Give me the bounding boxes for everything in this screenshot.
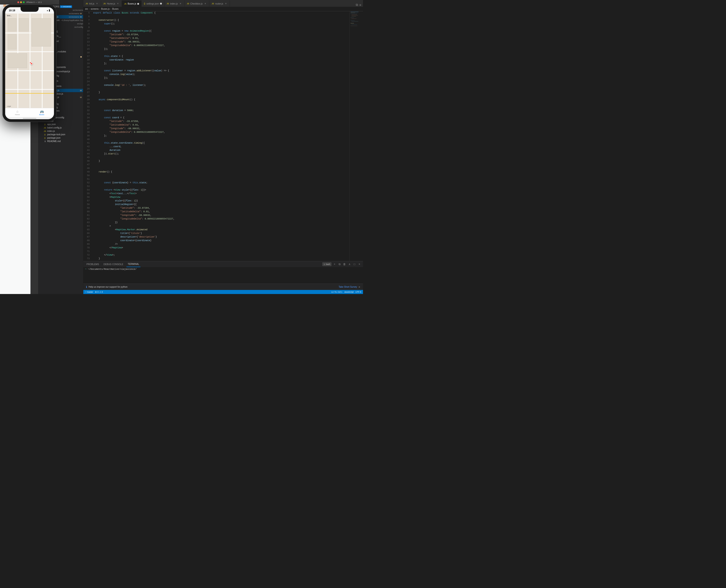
tab-busesjs[interactable]: JS Buses.js bbox=[122, 0, 142, 7]
line-col-status[interactable]: Ln 74, Col 1 bbox=[332, 291, 342, 293]
maximize-panel-icon[interactable]: □ bbox=[353, 262, 356, 266]
open-editors-section[interactable]: ▼ OPEN EDITORS 1 UNSAVED bbox=[38, 4, 83, 8]
open-file-settings[interactable]: {} settings.json ~/Library/Application S… bbox=[38, 19, 83, 22]
svg-rect-3 bbox=[350, 14, 357, 14]
code-line-10: const region = new AnimatedRegion({ bbox=[93, 29, 348, 33]
tab-routerjs[interactable]: JS router.js × bbox=[209, 0, 230, 7]
extensions-activity-icon[interactable] bbox=[31, 31, 38, 38]
so-logo bbox=[0, 2, 30, 11]
code-line-22: console.log(value); bbox=[93, 73, 348, 76]
tab-close-icon[interactable]: × bbox=[204, 2, 207, 5]
folder-android[interactable]: ▶ 📁 android bbox=[38, 39, 83, 44]
folder-ios[interactable]: ▶ 📁 ios bbox=[38, 44, 83, 49]
error-status[interactable]: ⊗ 0 ⚠ 0 bbox=[95, 291, 103, 293]
tab-close-icon[interactable]: × bbox=[179, 2, 182, 5]
tab-homejs[interactable]: JS Home.js × bbox=[101, 0, 122, 7]
code-line-20 bbox=[93, 65, 348, 69]
folder-icons[interactable]: ▶ 📁 icons bbox=[38, 78, 83, 84]
file-babelconfig[interactable]: JS babel.config.js bbox=[38, 126, 83, 129]
code-editor[interactable]: 5 6 7 8 9 10 11 12 13 14 15 16 1 bbox=[83, 11, 363, 261]
python-action-buttons: Take Short Survey × bbox=[339, 285, 360, 289]
more-popular-questions[interactable]: más preguntas populares bbox=[0, 41, 30, 51]
open-file-indexjs[interactable]: JS index.js src/api bbox=[38, 22, 83, 25]
file-packagelockjson[interactable]: {} package-lock.json bbox=[38, 133, 83, 136]
file-buckconfig[interactable]: E .buckconfig bbox=[38, 102, 83, 106]
panel-tab-terminal[interactable]: TERMINAL bbox=[126, 261, 141, 267]
tab-indexjs[interactable]: JS index.js × bbox=[164, 0, 185, 7]
folder-icon: 📁 bbox=[46, 44, 50, 48]
language-status[interactable]: JavaScript bbox=[344, 291, 354, 293]
close-python-bar-icon[interactable]: × bbox=[359, 285, 360, 289]
add-terminal-icon[interactable]: + bbox=[333, 262, 336, 266]
code-content[interactable]: export default class Buses extends Compo… bbox=[91, 11, 349, 261]
folder-icon: 📂 bbox=[48, 65, 52, 69]
project-section[interactable]: ▼ VIAJAXCONCE bbox=[38, 29, 83, 34]
code-line-63: }} bbox=[93, 221, 348, 225]
trash-icon[interactable]: 🗑 bbox=[343, 262, 346, 266]
git-status[interactable]: ⑂ master bbox=[85, 291, 93, 293]
open-file-homejs[interactable]: JS Home.js src/screens M bbox=[38, 12, 83, 15]
folder-screens[interactable]: ▼ 📂 screens bbox=[38, 84, 83, 89]
folder-config[interactable]: ▶ 📁 config bbox=[38, 73, 83, 78]
so-nav-tags[interactable]: # Tags bbox=[0, 26, 30, 31]
js-tab-icon: JS bbox=[187, 2, 189, 5]
so-nav-home[interactable]: ⌂ Home bbox=[0, 11, 30, 17]
file-homejs[interactable]: JS Home.js M bbox=[38, 96, 83, 99]
file-checkboxjs[interactable]: JS Checkbox.js bbox=[38, 92, 83, 96]
code-line-45 bbox=[93, 156, 348, 160]
file-indexjs[interactable]: JS index.js bbox=[38, 129, 83, 133]
file-appjson[interactable]: {} app.json bbox=[38, 123, 83, 126]
code-line-55: <Text>test...</Text> bbox=[93, 192, 348, 195]
file-progressive-input[interactable]: JS ProgressiveInput.js bbox=[38, 70, 83, 73]
so-sidebar: ⌂ Home PUBLIC ? Questions # Tags 👤 Users… bbox=[0, 0, 30, 294]
file-readme[interactable]: ℹ README.md bbox=[38, 140, 83, 143]
panel-tab-debug[interactable]: DEBUG CONSOLE bbox=[102, 261, 125, 267]
git-file-icon: ◉ bbox=[44, 110, 46, 112]
file-gitattributes[interactable]: ◉ .gitattributes bbox=[38, 109, 83, 112]
js-file-icon: JS bbox=[47, 70, 50, 73]
so-nav-users[interactable]: 👤 Users bbox=[0, 31, 30, 37]
file-initjs[interactable]: JS Init.js bbox=[38, 99, 83, 102]
split-terminal-icon[interactable]: ⧉ bbox=[338, 262, 341, 266]
code-line-42: ...coord, bbox=[93, 145, 348, 149]
chevron-up-icon[interactable]: ∧ bbox=[348, 262, 351, 266]
more-icon[interactable]: ≡ bbox=[359, 3, 361, 7]
so-nav-questions[interactable]: ? Questions bbox=[0, 21, 30, 26]
explorer-activity-icon[interactable]: 1 bbox=[31, 1, 38, 7]
git-activity-icon[interactable]: M bbox=[31, 16, 38, 23]
terminal-content[interactable]: ~ ~/Documents/ReactNative/viajaxconce/ bbox=[83, 267, 363, 284]
tab-checkboxjs[interactable]: JS Checkbox.js × bbox=[185, 0, 209, 7]
file-busesjs[interactable]: JS Buses.js M bbox=[38, 89, 83, 92]
code-line-49: render() { bbox=[93, 170, 348, 174]
folder-src[interactable]: ▼ 📂 src bbox=[38, 54, 83, 59]
code-line-19: }; bbox=[93, 62, 348, 65]
tab-close-icon[interactable]: × bbox=[95, 2, 99, 5]
js-tab-icon: JS bbox=[124, 3, 127, 5]
take-survey-button[interactable]: Take Short Survey bbox=[339, 286, 357, 288]
folder-components[interactable]: ▼ 📂 components bbox=[38, 65, 83, 70]
folder-tests[interactable]: ▶ 📁 __tests__ bbox=[38, 34, 83, 39]
file-flowconfig[interactable]: E .flowconfig bbox=[38, 106, 83, 109]
debug-activity-icon[interactable] bbox=[31, 24, 38, 30]
tab-initjs[interactable]: JS Init.js × bbox=[83, 0, 101, 7]
panel-tab-problems[interactable]: PROBLEMS bbox=[85, 261, 101, 267]
tab-close-icon[interactable]: × bbox=[224, 2, 227, 5]
buses-m: M bbox=[80, 89, 82, 92]
bash-dropdown[interactable]: 1: bash bbox=[322, 262, 332, 266]
question-feed[interactable]: ◉ Question feed bbox=[0, 51, 30, 56]
file-gitignore[interactable]: ◉ .gitignore bbox=[38, 112, 83, 116]
open-file-routerjs[interactable]: JS router.js src/config bbox=[38, 25, 83, 29]
tab-settings[interactable]: {} settings.json bbox=[142, 0, 164, 7]
file-watchmanconfig[interactable]: {} .watchmanconfig bbox=[38, 116, 83, 119]
open-file-initjs[interactable]: JS Init.js src/screens bbox=[38, 8, 83, 12]
file-appjs[interactable]: JS App.js bbox=[38, 119, 83, 123]
folder-api[interactable]: ▶ 📁 api bbox=[38, 59, 83, 65]
open-file-busesjs[interactable]: JS Buses.js src/screens M bbox=[38, 15, 83, 19]
search-activity-icon[interactable] bbox=[31, 8, 38, 15]
close-panel-icon[interactable]: × bbox=[358, 262, 361, 266]
file-packagejson[interactable]: {} package.json bbox=[38, 136, 83, 140]
encoding-status[interactable]: UTF-8 bbox=[356, 291, 361, 293]
folder-node-modules[interactable]: ▶ 📁 node_modules bbox=[38, 49, 83, 54]
tab-close-icon[interactable]: × bbox=[116, 2, 120, 5]
split-editor-icon[interactable]: ⧉ bbox=[356, 3, 358, 7]
